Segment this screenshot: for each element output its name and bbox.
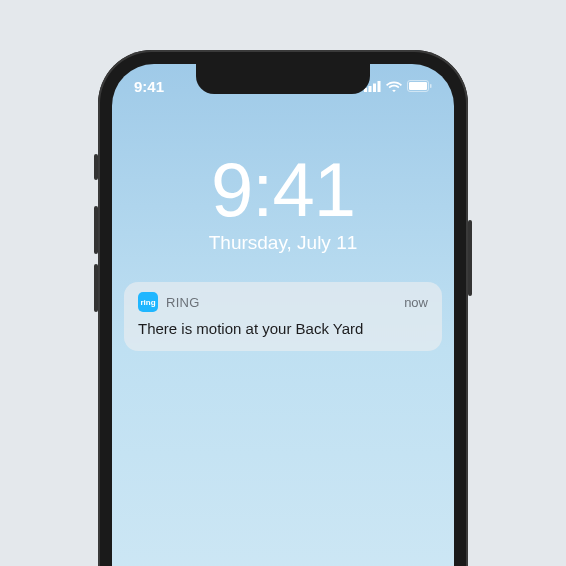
svg-rect-2 [373, 83, 376, 92]
ring-app-icon: ring [138, 292, 158, 312]
wifi-icon [386, 81, 402, 92]
status-indicators [364, 80, 432, 92]
svg-rect-5 [409, 82, 427, 90]
phone-frame: 9:41 9:41 Thursday, July 11 ring RING no… [98, 50, 468, 566]
svg-rect-6 [430, 84, 432, 88]
lock-clock: 9:41 Thursday, July 11 [112, 152, 454, 254]
notification-timestamp: now [404, 295, 428, 310]
volume-up-button[interactable] [94, 206, 98, 254]
lock-time: 9:41 [112, 152, 454, 228]
battery-icon [407, 80, 432, 92]
phone-screen: 9:41 9:41 Thursday, July 11 ring RING no… [112, 64, 454, 566]
notification-app-name: RING [166, 295, 200, 310]
notch [196, 64, 370, 94]
volume-down-button[interactable] [94, 264, 98, 312]
silence-switch[interactable] [94, 154, 98, 180]
svg-rect-1 [369, 86, 372, 92]
lock-date: Thursday, July 11 [112, 232, 454, 254]
svg-rect-3 [378, 81, 381, 92]
status-time: 9:41 [134, 78, 164, 95]
notification-message: There is motion at your Back Yard [138, 320, 428, 337]
notification-header: ring RING now [138, 292, 428, 312]
power-button[interactable] [468, 220, 472, 296]
notification-card[interactable]: ring RING now There is motion at your Ba… [124, 282, 442, 351]
